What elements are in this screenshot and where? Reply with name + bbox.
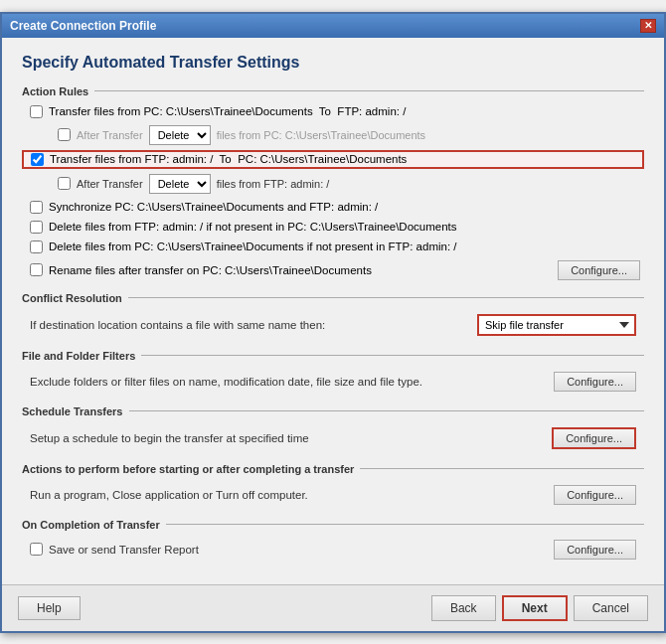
main-window: Create Connection Profile ✕ Specify Auto… — [0, 12, 666, 633]
conflict-dropdown[interactable]: Skip file transfer Overwrite Rename Ask … — [477, 314, 636, 336]
after-transfer-1-suffix: files from PC: C:\Users\Trainee\Document… — [217, 129, 425, 141]
close-button[interactable]: ✕ — [640, 19, 656, 33]
after-transfer-2-prefix: After Transfer — [77, 178, 143, 190]
completion-row: Save or send Transfer Report Configure..… — [22, 537, 644, 563]
after-transfer-1-checkbox[interactable] — [58, 128, 71, 141]
back-button[interactable]: Back — [431, 595, 496, 621]
rename-checkbox[interactable] — [30, 263, 43, 276]
sync-checkbox[interactable] — [30, 201, 43, 214]
delete-from-ftp-checkbox[interactable] — [30, 221, 43, 234]
delete-from-pc-label: Delete files from PC: C:\Users\Trainee\D… — [49, 241, 457, 252]
conflict-description: If destination location contains a file … — [30, 319, 325, 331]
actions-description: Run a program, Close application or Turn… — [30, 489, 554, 501]
delete-from-pc-checkbox[interactable] — [30, 241, 43, 253]
rename-row: Rename files after transfer on PC: C:\Us… — [22, 258, 644, 282]
schedule-transfers-section: Schedule Transfers Setup a schedule to b… — [22, 405, 644, 453]
action-rules-section: Action Rules Transfer files from PC: C:\… — [22, 85, 644, 282]
after-transfer-2-checkbox[interactable] — [58, 177, 71, 190]
conflict-resolution-section: Conflict Resolution If destination locat… — [22, 292, 644, 340]
sync-row: Synchronize PC: C:\Users\Trainee\Documen… — [22, 199, 644, 216]
sync-label: Synchronize PC: C:\Users\Trainee\Documen… — [49, 201, 378, 213]
transfer-ftp-to-pc-checkbox[interactable] — [31, 153, 44, 166]
filter-description: Exclude folders or filter files on name,… — [30, 376, 554, 388]
actions-configure-button[interactable]: Configure... — [554, 485, 636, 505]
transfer-ftp-to-pc-label: Transfer files from FTP: admin: / To PC:… — [50, 153, 407, 165]
filter-row: Exclude folders or filter files on name,… — [22, 368, 644, 396]
footer-right-buttons: Back Next Cancel — [431, 595, 648, 621]
title-bar: Create Connection Profile ✕ — [2, 14, 664, 38]
actions-header: Actions to perform before starting or af… — [22, 463, 644, 475]
actions-section: Actions to perform before starting or af… — [22, 463, 644, 509]
footer: Help Back Next Cancel — [2, 584, 664, 631]
page-title: Specify Automated Transfer Settings — [22, 54, 644, 72]
window-title: Create Connection Profile — [10, 19, 156, 33]
conflict-resolution-header: Conflict Resolution — [22, 292, 644, 304]
transfer-pc-to-ftp-checkbox[interactable] — [30, 105, 43, 118]
delete-from-pc-row: Delete files from PC: C:\Users\Trainee\D… — [22, 239, 644, 255]
completion-configure-button[interactable]: Configure... — [554, 540, 636, 560]
completion-header: On Completion of Transfer — [22, 519, 644, 531]
completion-checkbox-label: Save or send Transfer Report — [49, 544, 199, 556]
completion-checkbox-row: Save or send Transfer Report — [30, 543, 199, 556]
after-transfer-2-row: After Transfer Delete Move files from FT… — [22, 172, 644, 196]
completion-section: On Completion of Transfer Save or send T… — [22, 519, 644, 563]
conflict-resolution-row: If destination location contains a file … — [22, 310, 644, 340]
file-folder-filters-header: File and Folder Filters — [22, 350, 644, 362]
filter-configure-button[interactable]: Configure... — [554, 372, 636, 392]
next-button[interactable]: Next — [502, 595, 568, 621]
after-transfer-1-row: After Transfer Delete Move files from PC… — [22, 123, 644, 147]
content-area: Specify Automated Transfer Settings Acti… — [2, 38, 664, 584]
after-transfer-1-dropdown[interactable]: Delete Move — [149, 125, 211, 145]
after-transfer-1-prefix: After Transfer — [77, 129, 143, 141]
help-button[interactable]: Help — [18, 596, 81, 620]
transfer-ftp-to-pc-row: Transfer files from FTP: admin: / To PC:… — [22, 150, 644, 169]
schedule-row: Setup a schedule to begin the transfer a… — [22, 423, 644, 453]
transfer-pc-to-ftp-label: Transfer files from PC: C:\Users\Trainee… — [49, 105, 406, 117]
rename-label: Rename files after transfer on PC: C:\Us… — [49, 264, 372, 276]
actions-row: Run a program, Close application or Turn… — [22, 481, 644, 509]
delete-from-ftp-row: Delete files from FTP: admin: / if not p… — [22, 219, 644, 236]
action-rules-header: Action Rules — [22, 85, 644, 97]
after-transfer-2-suffix: files from FTP: admin: / — [217, 178, 330, 190]
delete-from-ftp-label: Delete files from FTP: admin: / if not p… — [49, 221, 457, 233]
cancel-button[interactable]: Cancel — [574, 595, 648, 621]
schedule-configure-button[interactable]: Configure... — [552, 427, 636, 449]
schedule-transfers-header: Schedule Transfers — [22, 405, 644, 417]
completion-checkbox[interactable] — [30, 543, 43, 556]
transfer-pc-to-ftp-row: Transfer files from PC: C:\Users\Trainee… — [22, 103, 644, 120]
file-folder-filters-section: File and Folder Filters Exclude folders … — [22, 350, 644, 396]
after-transfer-2-dropdown[interactable]: Delete Move — [149, 174, 211, 194]
rename-configure-button[interactable]: Configure... — [558, 260, 640, 280]
schedule-description: Setup a schedule to begin the transfer a… — [30, 432, 552, 444]
